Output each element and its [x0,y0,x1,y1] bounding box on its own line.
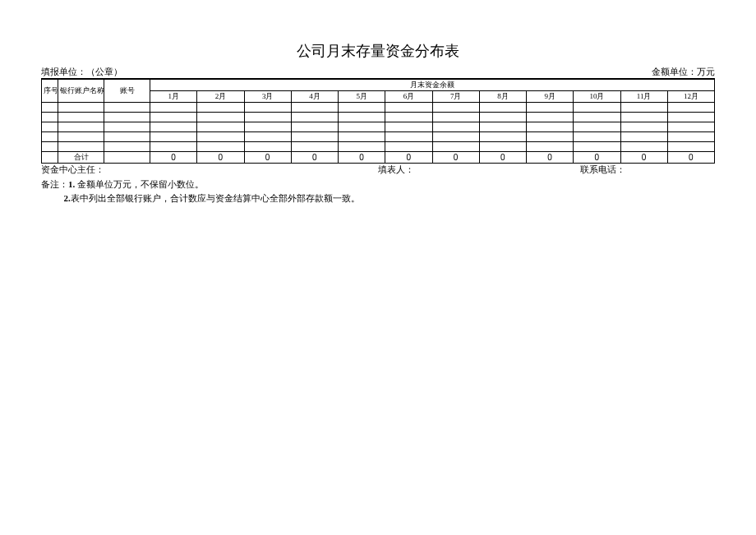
cell [527,122,574,132]
cell [58,132,104,142]
table-row [42,142,715,152]
footer-director: 资金中心主任： [41,164,378,176]
cell [58,113,104,122]
col-account: 账号 [104,80,150,103]
cell [104,122,150,132]
table-row [42,122,715,132]
total-cell: 0 [527,152,574,164]
fund-table: 序号 银行账户名称 账号 月末资金余额 1月 2月 3月 4月 5月 6月 7月… [41,79,715,164]
col-month: 7月 [432,91,479,103]
col-balance-header: 月末资金余额 [150,80,715,91]
total-cell: 0 [574,152,620,164]
cell [432,132,479,142]
cell [667,103,714,113]
total-cell: 0 [291,152,338,164]
cell [479,103,526,113]
cell [244,103,291,113]
cell [479,132,526,142]
col-month: 10月 [574,91,620,103]
total-cell: 0 [339,152,385,164]
cell [527,132,574,142]
note2-text: 表中列出全部银行账户，合计数应与资金结算中心全部外部存款额一致。 [71,193,360,203]
cell [432,142,479,152]
total-cell: 0 [244,152,291,164]
cell [42,132,58,142]
cell [244,113,291,122]
cell [150,113,197,122]
cell [479,122,526,132]
total-cell: 0 [197,152,244,164]
cell [479,113,526,122]
total-cell: 0 [385,152,432,164]
cell [197,113,244,122]
total-cell: 0 [479,152,526,164]
cell [620,103,667,113]
note1-text: 金额单位万元，不保留小数位。 [75,179,204,189]
cell [291,122,338,132]
cell [432,122,479,132]
cell [104,152,150,164]
cell [42,142,58,152]
table-row [42,113,715,122]
cell [479,142,526,152]
cell [150,132,197,142]
col-month: 8月 [479,91,526,103]
cell [527,113,574,122]
note1-num: 1. [68,179,75,189]
cell [42,103,58,113]
cell [244,122,291,132]
total-label: 合计 [58,152,104,164]
cell [527,103,574,113]
total-cell: 0 [150,152,197,164]
cell [104,142,150,152]
cell [104,103,150,113]
table-header-row: 序号 银行账户名称 账号 月末资金余额 [42,80,715,91]
col-month: 12月 [667,91,714,103]
cell [574,103,620,113]
org-label: 填报单位：（公章） [41,66,122,78]
header-row: 填报单位：（公章） 金额单位：万元 [41,66,715,79]
cell [197,142,244,152]
cell [574,132,620,142]
footer-phone: 联系电话： [580,164,715,176]
cell [58,122,104,132]
col-month: 1月 [150,91,197,103]
total-row: 合计000000000000 [42,152,715,164]
cell [667,122,714,132]
col-month: 3月 [244,91,291,103]
cell [667,113,714,122]
cell [197,132,244,142]
cell [244,142,291,152]
cell [42,122,58,132]
footer-row: 资金中心主任： 填表人： 联系电话： [41,164,715,176]
cell [42,152,58,164]
notes-prefix: 备注： [41,179,68,189]
cell [197,122,244,132]
cell [150,103,197,113]
cell [150,142,197,152]
cell [150,122,197,132]
page-title: 公司月末存量资金分布表 [41,41,715,61]
col-month: 4月 [291,91,338,103]
total-cell: 0 [667,152,714,164]
col-month: 6月 [385,91,432,103]
cell [432,103,479,113]
cell [620,142,667,152]
cell [104,113,150,122]
cell [339,122,385,132]
cell [527,142,574,152]
col-month: 11月 [620,91,667,103]
table-row [42,103,715,113]
cell [432,113,479,122]
unit-label: 金额单位：万元 [652,66,715,78]
cell [58,103,104,113]
col-seq: 序号 [42,80,58,103]
cell [620,132,667,142]
cell [58,142,104,152]
cell [197,103,244,113]
cell [620,122,667,132]
col-month: 9月 [527,91,574,103]
cell [574,122,620,132]
cell [385,103,432,113]
cell [339,113,385,122]
